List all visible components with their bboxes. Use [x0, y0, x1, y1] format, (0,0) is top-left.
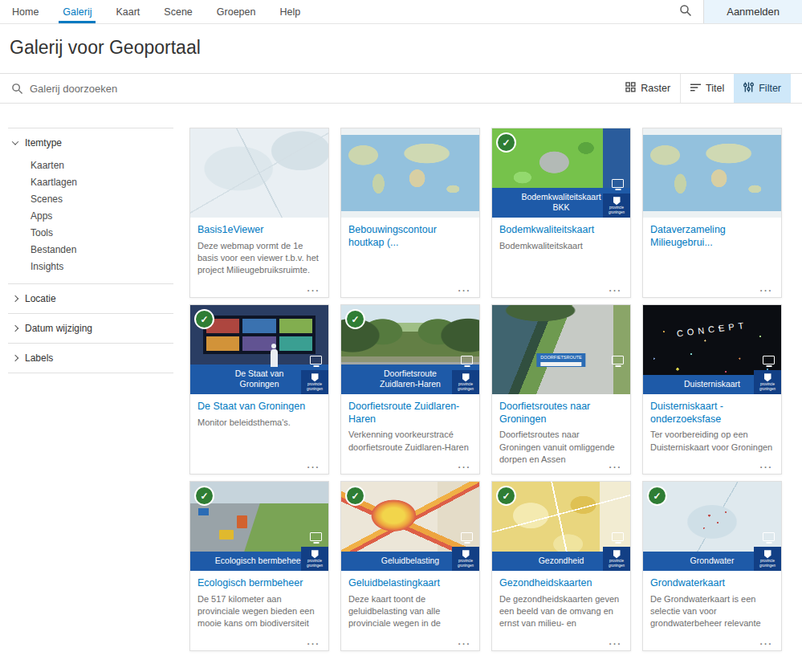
card-thumbnail[interactable]: ✓ De Staat van Groningen provincie groni…: [190, 305, 328, 394]
card-title-link[interactable]: Geluidbelastingkaart: [348, 577, 472, 590]
card-options-menu[interactable]: …: [604, 279, 626, 296]
card-title-link[interactable]: Doorfietsroute Zuidlaren-Haren: [348, 401, 472, 426]
verified-check-badge: ✓: [498, 134, 515, 151]
logo-text: provincie groningen: [755, 382, 780, 390]
sidebar-item-tools[interactable]: Tools: [31, 224, 170, 241]
card-thumbnail[interactable]: ✓ Gezondheid provincie groningen: [492, 482, 630, 571]
dashboard-illustration: [203, 316, 316, 354]
card-thumbnail[interactable]: ✓ Bodemkwaliteitskaart BKK provincie gro…: [492, 128, 630, 218]
card-body: Duisterniskaart - onderzoeksfase Ter voo…: [643, 394, 781, 454]
sort-icon: [690, 83, 701, 95]
gallery-card: CONCEPT Duisterniskaart provincie gronin…: [642, 304, 782, 474]
verified-check-badge: ✓: [347, 311, 364, 328]
gallery-card: Bebouwingscontour houtkap (... …: [340, 128, 480, 298]
nav-item-kaart[interactable]: Kaart: [104, 0, 152, 23]
card-options-menu[interactable]: …: [453, 279, 475, 296]
app-monitor-icon: [612, 179, 624, 188]
chevron-right-icon: [12, 325, 18, 332]
signin-button[interactable]: Aanmelden: [704, 0, 802, 23]
sidebar-item-insights[interactable]: Insights: [31, 258, 170, 275]
gallery-search-bar: Raster Titel Filter: [0, 74, 802, 104]
provincie-groningen-logo: provincie groningen: [452, 370, 479, 394]
crest-icon: [462, 550, 470, 558]
card-description: Bodemkwaliteitskaart: [499, 240, 623, 252]
card-options-menu[interactable]: …: [302, 455, 324, 473]
verified-check-badge: ✓: [498, 487, 515, 504]
sidebar-item-kaarten[interactable]: Kaarten: [31, 157, 170, 173]
app-monitor-icon: [763, 532, 775, 541]
chevron-down-icon: [12, 138, 18, 145]
card-thumbnail[interactable]: [341, 128, 479, 218]
top-navigation: Home Galerij Kaart Scene Groepen Help Aa…: [0, 0, 802, 24]
card-options-menu[interactable]: …: [302, 632, 324, 650]
provincie-groningen-logo: provincie groningen: [452, 547, 479, 571]
nav-item-scene[interactable]: Scene: [152, 0, 204, 23]
crest-icon: [311, 550, 319, 558]
grid-view-button[interactable]: Raster: [616, 74, 680, 103]
sidebar-item-kaartlagen[interactable]: Kaartlagen: [31, 173, 170, 190]
card-options-menu[interactable]: …: [755, 455, 777, 473]
search-icon: [679, 4, 692, 19]
card-thumbnail[interactable]: ✓ Ecologisch bermbeheer provincie gronin…: [190, 482, 328, 571]
card-thumbnail[interactable]: [190, 128, 328, 218]
card-title-link[interactable]: Basis1eViewer: [197, 224, 321, 237]
card-title-link[interactable]: Bebouwingscontour houtkap (...: [348, 224, 472, 249]
highway-sign-illustration: [198, 508, 209, 515]
card-options-menu[interactable]: …: [755, 632, 777, 650]
card-options-menu[interactable]: …: [604, 455, 626, 473]
card-title-link[interactable]: Duisterniskaart - onderzoeksfase: [650, 401, 774, 426]
gallery-card: Dataverzameling Milieugebrui... …: [642, 128, 782, 298]
page-header: Galerij voor Geoportaal: [0, 24, 802, 74]
gallery-grid-wrap: Basis1eViewer Deze webmap vormt de 1e ba…: [189, 128, 782, 651]
sidebar-item-apps[interactable]: Apps: [31, 207, 170, 224]
card-title-link[interactable]: Grondwaterkaart: [650, 577, 774, 590]
nav-search-button[interactable]: [668, 0, 703, 23]
gallery-search-input[interactable]: [30, 74, 616, 103]
card-title-link[interactable]: Doorfietsroutes naar Groningen: [499, 401, 623, 426]
card-body: Geluidbelastingkaart Deze kaart toont de…: [341, 571, 479, 631]
nav-item-groepen[interactable]: Groepen: [205, 0, 268, 23]
gallery-card: ✓ Geluidbelasting provincie groningen Ge…: [340, 481, 480, 651]
gallery-card: DOORFIETSROUTE Doorfietsroutes naar Gron…: [491, 304, 631, 474]
sidebar-section-header-itemtype[interactable]: Itemtype: [11, 136, 170, 150]
card-description: Ter voorbereiding op een Duisterniskaart…: [650, 429, 774, 454]
card-title-link[interactable]: Ecologisch bermbeheer: [197, 577, 321, 590]
card-options-menu[interactable]: …: [453, 632, 475, 650]
sidebar-item-bestanden[interactable]: Bestanden: [31, 241, 170, 258]
sidebar-section-header-datum[interactable]: Datum wijziging: [11, 321, 170, 336]
sidebar-item-scenes[interactable]: Scenes: [31, 190, 170, 207]
filter-button[interactable]: Filter: [734, 74, 791, 103]
card-options-menu[interactable]: …: [755, 279, 777, 296]
nav-item-home[interactable]: Home: [0, 0, 51, 23]
card-body: Gezondheidskaarten De gezondheidskaarten…: [492, 571, 630, 631]
card-body: Basis1eViewer Deze webmap vormt de 1e ba…: [190, 218, 328, 278]
card-title-link[interactable]: Dataverzameling Milieugebrui...: [650, 224, 774, 249]
card-title-link[interactable]: Bodemkwaliteitskaart: [499, 224, 623, 237]
sidebar-section-header-labels[interactable]: Labels: [11, 351, 170, 365]
nav-item-help[interactable]: Help: [267, 0, 312, 23]
card-title-link[interactable]: Gezondheidskaarten: [499, 577, 623, 590]
card-thumbnail[interactable]: ✓ Doorfietsroute Zuidlaren-Haren provinc…: [341, 305, 479, 394]
card-body: Bodemkwaliteitskaart Bodemkwaliteitskaar…: [492, 218, 630, 252]
card-thumbnail[interactable]: ✓ Geluidbelasting provincie groningen: [341, 482, 479, 571]
gallery-card: ✓ Gezondheid provincie groningen Gezondh…: [491, 481, 631, 651]
nav-item-galerij[interactable]: Galerij: [51, 0, 104, 23]
card-options-menu[interactable]: …: [302, 279, 324, 296]
card-options-menu[interactable]: …: [604, 632, 626, 650]
card-title-link[interactable]: De Staat van Groningen: [197, 401, 321, 413]
card-thumbnail[interactable]: [643, 128, 781, 218]
card-thumbnail[interactable]: ✓ Grondwater provincie groningen: [643, 482, 781, 571]
card-options-menu[interactable]: …: [453, 455, 475, 473]
card-body: Doorfietsroute Zuidlaren-Haren Verkennin…: [341, 394, 479, 454]
app-monitor-icon: [763, 356, 775, 365]
provincie-groningen-logo: provincie groningen: [603, 193, 630, 218]
filter-sidebar: Itemtype Kaarten Kaartlagen Scenes Apps …: [8, 128, 173, 373]
concept-watermark: CONCEPT: [648, 316, 776, 341]
card-thumbnail[interactable]: CONCEPT Duisterniskaart provincie gronin…: [643, 305, 781, 394]
card-thumbnail[interactable]: DOORFIETSROUTE: [492, 305, 630, 394]
app-monitor-icon: [612, 356, 624, 365]
sidebar-section-header-locatie[interactable]: Locatie: [11, 291, 170, 306]
app-monitor-icon: [612, 532, 624, 541]
card-description: Deze webmap vormt de 1e basis voor een v…: [197, 240, 321, 278]
sort-button[interactable]: Titel: [680, 74, 734, 103]
